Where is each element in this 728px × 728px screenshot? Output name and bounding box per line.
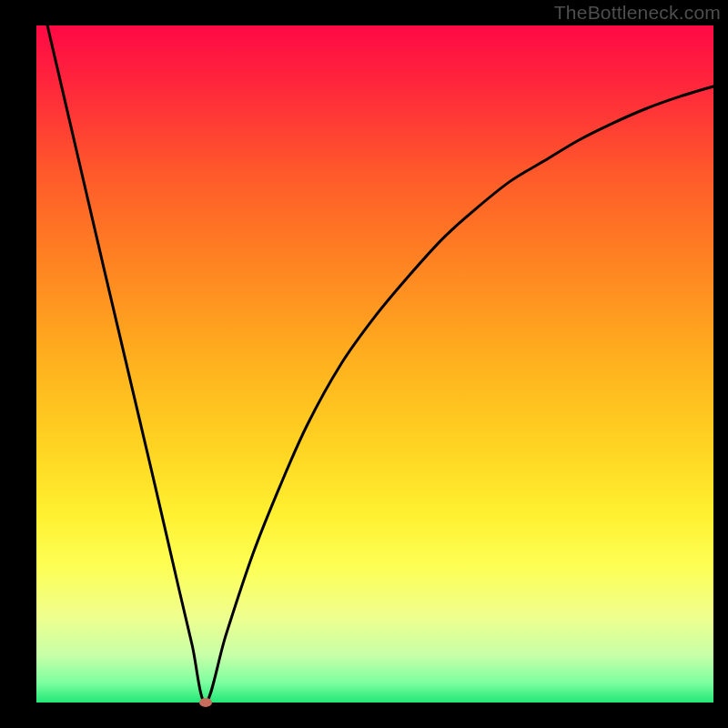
- bottleneck-chart: [0, 0, 728, 728]
- watermark-label: TheBottleneck.com: [554, 2, 721, 24]
- chart-frame: TheBottleneck.com: [0, 0, 728, 728]
- minimum-marker: [199, 698, 212, 707]
- plot-background: [36, 25, 713, 703]
